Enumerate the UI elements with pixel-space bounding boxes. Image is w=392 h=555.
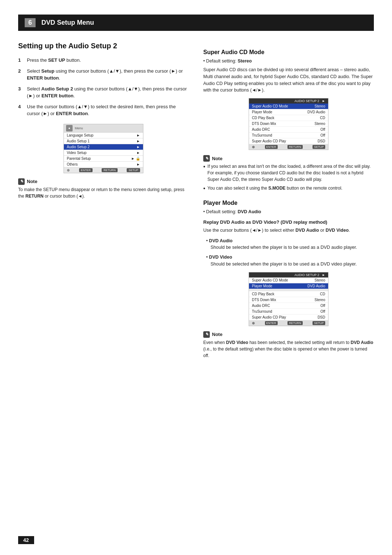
as2-val-tru: Off [320,309,325,313]
step-1-num: 1 [18,57,24,64]
page-container: 6 DVD Setup Menu Setting up the Audio Se… [0,0,392,555]
as2-label-sacd: Super Audio CD Play [252,315,286,319]
as2-row-sacd: Super Audio CD Play DSD [249,315,328,320]
as-row-sacd: Super Audio CD Play DSD [249,138,328,144]
as2-nav-cursor: ⊕ [252,321,255,325]
menu-row-audio1: Audio Setup 1 ► [64,138,143,144]
step-2-num: 2 [18,68,24,82]
as-label-dts: DTS Down Mix [252,122,276,126]
dvd-video-label: • DVD Video [206,254,374,261]
menu-btn-return: RETURN [102,168,117,172]
menu-nav-row: ⊕ ENTER RETURN SETUP [64,167,143,173]
as-row-drc: Audio DRC Off [249,127,328,133]
as2-row-tru: TruSurround Off [249,309,328,315]
right-column: Super Audio CD Mode • Default setting: S… [203,42,374,364]
menu-row-language: Language Setup ► [64,133,143,138]
as-header-2: AUDIO SETUP 2 ► [249,272,328,278]
audio-screenshot-1: AUDIO SETUP 2 ► Super Audio CD Mode Ster… [249,98,328,150]
player-mode-note: ✎ Note Even when DVD Video has been sele… [203,331,374,359]
menu-label-language: Language Setup [67,133,93,137]
as-nav-2: ⊕ ENTER RETURN SETUP [249,320,328,326]
super-audio-body: Super Audio CD discs can be divided up i… [203,66,374,94]
as2-val-dts: Stereo [315,298,325,302]
as2-row-cd: CD Play Back CD [249,291,328,297]
as-label-sacd: Super Audio CD Play [252,139,286,143]
as2-btn-return: RETURN [287,321,302,325]
as-header-1: AUDIO SETUP 2 ► [249,98,328,104]
as-val-tru: Off [320,133,325,137]
step-3: 3 Select Audio Setup 2 using the cursor … [18,85,189,100]
menu-label-audio2: Audio Setup 2 [67,145,90,149]
dvd-video-text: Should be selected when the player is to… [206,261,374,268]
step-4-text: Use the cursor buttons (▲/▼) to select t… [27,103,189,117]
player-mode-note-title: ✎ Note [203,331,374,338]
left-note-text: To make the SETUP menu disappear or retu… [18,186,189,199]
menu-arrow-video: ► [136,151,140,155]
step-4: 4 Use the cursor buttons (▲/▼) to select… [18,103,189,117]
left-column: Setting up the Audio Setup 2 1 Press the… [18,42,189,204]
replay-body: Use the cursor buttons (◄/►) to select e… [203,227,374,234]
as2-val-sacd: DSD [318,315,325,319]
step-1-text: Press the SET UP button. [27,57,189,64]
as-val-sacd: DSD [318,139,325,143]
menu-label-others: Others [67,162,78,166]
left-note-icon: ✎ [18,178,25,185]
as-label-tru: TruSurround [252,133,272,137]
menu-row-others: Others ► [64,162,143,167]
as2-row-player: Player Mode DVD Audio [249,283,328,289]
super-audio-note-icon: ✎ [203,155,210,162]
menu-arrow-language: ► [136,133,140,137]
as-label-drc: Audio DRC [252,127,270,131]
super-audio-note-title: ✎ Note [203,155,374,162]
step-4-num: 4 [18,103,24,117]
as2-btn-enter: ENTER [265,321,278,325]
step-3-text: Select Audio Setup 2 using the cursor bu… [27,85,189,100]
menu-btn-enter: ENTER [79,168,93,172]
menu-label-audio1: Audio Setup 1 [67,139,90,143]
as-row-player: Player Mode DVD Audio [249,109,328,115]
menu-label-parental: Parental Setup [67,157,91,161]
chapter-number: 6 [25,18,36,27]
replay-title: Replay DVD Audio as DVD Video? (DVD repl… [203,219,374,225]
as-btn-enter-1: ENTER [265,145,278,149]
chapter-header: 6 DVD Setup Menu [18,15,374,31]
as-btn-return-1: RETURN [287,145,302,149]
player-mode-default: • Default setting: DVD Audio [203,209,374,214]
dvd-audio-text: Should be selected when the player is to… [206,244,374,251]
chapter-title: DVD Setup Menu [41,19,94,27]
super-audio-note-text: If you select an area that isn't on the … [203,163,374,193]
dvd-video-bullet: • DVD Video Should be selected when the … [203,254,374,268]
as2-val-player: DVD Audio [307,284,325,288]
section-title: Setting up the Audio Setup 2 [18,42,189,50]
menu-screenshot: ● Menu Language Setup ► Audio Setup 1 ► … [64,124,143,173]
as-label-cd: CD Play Back [252,116,274,120]
as-row-super: Super Audio CD Mode Stereo [249,104,328,109]
as2-val-cd: CD [320,292,325,296]
step-2-text: Select Setup using the cursor buttons (▲… [27,68,189,82]
super-audio-note-bullet-1: If you select an area that isn't on the … [203,163,374,183]
dvd-audio-bullet: • DVD Audio Should be selected when the … [203,238,374,251]
audio-screenshot-2: AUDIO SETUP 2 ► Super Audio CD Mode Ster… [249,272,328,326]
as-nav-1: ⊕ ENTER RETURN SETUP [249,144,328,150]
as2-btn-setup: SETUP [313,321,325,325]
super-audio-note-bullet-2: You can also select it using the S.MODE … [203,185,374,193]
step-2: 2 Select Setup using the cursor buttons … [18,68,189,82]
menu-icon-row: ● Menu [64,124,143,133]
dvd-audio-label: • DVD Audio [206,238,374,244]
menu-label-video: Video Setup [67,151,86,155]
menu-arrow-others: ► [136,162,140,166]
menu-arrow-audio1: ► [136,139,140,143]
as2-label-dts: DTS Down Mix [252,298,276,302]
menu-icon-disc: ● [66,125,73,131]
as2-row-dts: DTS Down Mix Stereo [249,297,328,303]
as2-label-drc: Audio DRC [252,304,270,308]
as-val-super: Stereo [315,104,325,108]
as2-val-drc: Off [320,304,325,308]
as2-label-cd: CD Play Back [252,292,274,296]
player-mode-title: Player Mode [203,200,374,206]
as-btn-setup-1: SETUP [313,145,325,149]
step-1: 1 Press the SET UP button. [18,57,189,64]
as-val-player: DVD Audio [307,110,325,114]
as-row-tru: TruSurround Off [249,133,328,138]
as-val-drc: Off [320,127,325,131]
